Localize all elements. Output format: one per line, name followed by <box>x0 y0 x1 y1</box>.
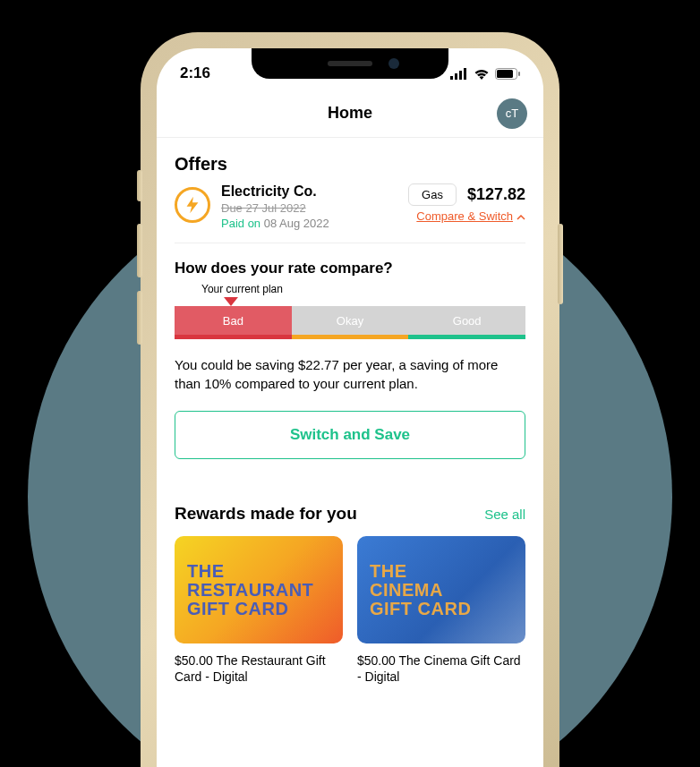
wifi-icon <box>474 68 490 80</box>
phone-notch <box>252 48 448 79</box>
see-all-link[interactable]: See all <box>484 507 525 522</box>
chevron-up-icon <box>516 209 525 223</box>
battery-icon <box>495 68 520 80</box>
provider-icon <box>175 187 210 223</box>
svg-rect-6 <box>518 72 520 76</box>
page-title: Home <box>328 104 372 123</box>
svg-rect-0 <box>450 76 453 80</box>
offer-item: Electricity Co. Due 27 Jul 2022 Paid on … <box>175 183 525 243</box>
rate-segment-okay: Okay <box>292 306 409 335</box>
compare-switch-link[interactable]: Compare & Switch <box>416 209 525 223</box>
category-chip[interactable]: Gas <box>408 183 457 206</box>
status-time: 2:16 <box>180 64 210 82</box>
offer-provider: Electricity Co. <box>221 183 397 200</box>
offer-paid-date: 08 Aug 2022 <box>264 217 329 230</box>
switch-save-button[interactable]: Switch and Save <box>175 411 525 459</box>
plan-pointer-icon <box>224 297 238 306</box>
app-header: Home cT <box>157 89 543 138</box>
rate-segment-good: Good <box>408 306 525 335</box>
offer-due-date: Due 27 Jul 2022 <box>221 201 397 215</box>
offer-paid-label: Paid on <box>221 217 260 230</box>
phone-frame: 2:16 Home cT Offers <box>144 36 556 767</box>
svg-rect-5 <box>497 70 513 78</box>
signal-icon <box>450 68 468 80</box>
reward-card[interactable]: THE CINEMA GIFT CARD $50.00 The Cinema G… <box>357 536 525 685</box>
reward-card[interactable]: THE RESTAURANT GIFT CARD $50.00 The Rest… <box>175 536 343 685</box>
rate-segment-bad: Bad <box>175 306 292 335</box>
rate-bar: Bad Okay Good <box>175 306 525 335</box>
reward-image: THE RESTAURANT GIFT CARD <box>175 536 343 643</box>
reward-caption: $50.00 The Cinema Gift Card - Digital <box>357 652 525 685</box>
savings-message: You could be saving $22.77 per year, a s… <box>175 355 525 393</box>
svg-rect-3 <box>464 68 466 80</box>
reward-caption: $50.00 The Restaurant Gift Card - Digita… <box>175 652 343 685</box>
phone-screen: 2:16 Home cT Offers <box>157 48 543 767</box>
reward-image: THE CINEMA GIFT CARD <box>357 536 525 643</box>
current-plan-label: Your current plan <box>201 283 525 295</box>
svg-rect-1 <box>455 73 457 80</box>
rewards-heading: Rewards made for you <box>175 504 357 524</box>
offer-amount: $127.82 <box>467 185 525 204</box>
svg-rect-2 <box>459 71 462 80</box>
avatar[interactable]: cT <box>497 98 527 129</box>
offers-heading: Offers <box>175 154 525 175</box>
rate-compare-heading: How does your rate compare? <box>175 260 525 277</box>
